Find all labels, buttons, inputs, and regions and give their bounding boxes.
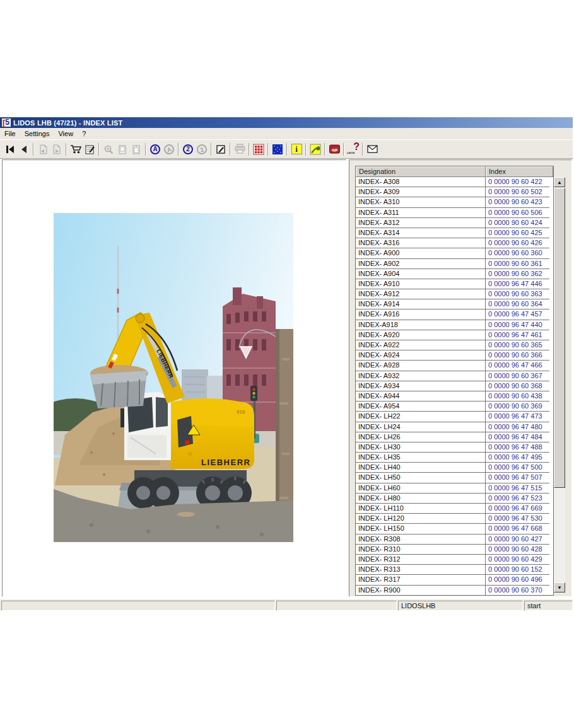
vertical-scrollbar[interactable]: ▲ ▼ (554, 177, 565, 592)
table-row[interactable]: INDEX- A934 0 0000 90 60 368 (356, 381, 553, 391)
page-next-button[interactable] (129, 142, 143, 156)
table-row[interactable]: INDEX-A918 0 0000 96 47 440 (356, 320, 553, 330)
table-row[interactable]: INDEX- A910 0 0000 96 47 446 (356, 279, 553, 289)
table-row[interactable]: INDEX- LH24 0 0000 96 47 480 (356, 422, 553, 432)
table-row[interactable]: INDEX- R317 0 0000 90 60 496 (356, 575, 553, 585)
page-prev-button[interactable] (115, 142, 129, 156)
lidos-help-button[interactable]: ? LIDOS (346, 142, 360, 156)
cell-index[interactable]: 0 0000 90 60 438 (486, 391, 549, 402)
cart-button[interactable] (69, 142, 83, 156)
menu-file[interactable]: File (0, 129, 20, 139)
table-row[interactable]: INDEX- A912 0 0000 90 60 363 (356, 289, 553, 299)
table-row[interactable]: INDEX- R900 0 0000 90 60 370 (356, 586, 553, 596)
table-row[interactable]: INDEX- A944 0 0000 90 60 438 (356, 391, 553, 402)
nav-prev-button[interactable] (17, 142, 31, 156)
table-row[interactable]: INDEX- A308 0 0000 90 60 422 (356, 177, 553, 187)
table-row[interactable]: INDEX- A904 0 0000 90 60 362 (356, 269, 553, 279)
cell-index[interactable]: 0 0000 90 60 367 (486, 371, 549, 381)
export-page-back-button[interactable] (36, 142, 50, 156)
table-row[interactable]: INDEX- LH40 0 0000 96 47 500 (356, 463, 553, 473)
cell-index[interactable]: 0 0000 96 47 515 (486, 483, 549, 494)
table-row[interactable]: INDEX- A309 0 0000 90 60 502 (356, 187, 553, 197)
cell-index[interactable]: 0 0000 96 47 484 (486, 432, 549, 442)
cell-index[interactable]: 0 0000 96 47 530 (486, 514, 549, 524)
cell-index[interactable]: 0 0000 90 60 422 (486, 177, 549, 187)
table-row[interactable]: INDEX- A311 0 0000 90 60 506 (356, 208, 553, 218)
scrollbar-thumb[interactable] (554, 188, 565, 488)
table-row[interactable]: INDEX- A924 0 0000 90 60 366 (356, 350, 553, 361)
nav-first-button[interactable] (3, 142, 17, 156)
table-row[interactable]: INDEX- A932 0 0000 90 60 367 (356, 371, 553, 381)
table-row[interactable]: INDEX- LH60 0 0000 96 47 515 (356, 483, 553, 494)
zoom-button[interactable] (102, 142, 115, 156)
info-button[interactable]: i (290, 142, 303, 156)
cell-index[interactable]: 0 0000 96 47 480 (486, 422, 549, 432)
cell-index[interactable]: 0 0000 96 47 500 (486, 463, 549, 473)
table-row[interactable]: INDEX- LH30 0 0000 96 47 488 (356, 442, 553, 453)
scroll-up-button[interactable]: ▲ (554, 177, 565, 187)
table-row[interactable]: INDEX- A314 0 0000 90 60 425 (356, 228, 553, 238)
cell-index[interactable]: 0 0000 96 47 495 (486, 453, 549, 463)
circle-2-alt-button[interactable]: 2 (195, 142, 209, 156)
cell-index[interactable]: 0 0000 96 47 446 (486, 279, 549, 289)
mail-button[interactable] (365, 142, 379, 156)
table-row[interactable]: INDEX- A310 0 0000 90 60 423 (356, 197, 553, 207)
cell-index[interactable]: 0 0000 90 60 424 (486, 218, 549, 228)
table-row[interactable]: INDEX- LH22 0 0000 96 47 473 (356, 412, 553, 422)
cell-index[interactable]: 0 0000 96 47 668 (486, 524, 549, 534)
table-row[interactable]: INDEX- LH35 0 0000 96 47 495 (356, 453, 553, 463)
table-row[interactable]: INDEX- A914 0 0000 90 60 364 (356, 299, 553, 309)
print-button[interactable] (233, 142, 247, 156)
order-sheet-button[interactable] (83, 142, 97, 156)
table-row[interactable]: INDEX- LH110 0 0000 96 47 669 (356, 504, 553, 514)
cell-index[interactable]: 0 0000 90 60 361 (486, 259, 549, 269)
table-row[interactable]: INDEX- A920 0 0000 96 47 461 (356, 330, 553, 340)
scroll-down-button[interactable]: ▼ (554, 582, 565, 592)
cell-index[interactable]: 0 0000 96 47 457 (486, 309, 549, 320)
cell-index[interactable]: 0 0000 90 60 363 (486, 289, 549, 299)
circle-a-alt-button[interactable]: A (162, 142, 176, 156)
cell-index[interactable]: 0 0000 96 47 466 (486, 361, 549, 371)
cell-index[interactable]: 0 0000 90 60 369 (486, 402, 549, 412)
cell-index[interactable]: 0 0000 90 60 152 (486, 565, 549, 575)
menu-settings[interactable]: Settings (20, 129, 54, 139)
cell-index[interactable]: 0 0000 96 47 507 (486, 473, 549, 483)
cell-index[interactable]: 0 0000 96 47 440 (486, 320, 549, 330)
tools-button[interactable] (308, 142, 322, 156)
cell-index[interactable]: 0 0000 90 60 506 (486, 208, 549, 218)
cell-index[interactable]: 0 0000 90 60 365 (486, 340, 549, 350)
circle-a-button[interactable]: A (148, 142, 162, 156)
cell-index[interactable]: 0 0000 90 60 423 (486, 197, 549, 207)
cell-index[interactable]: 0 0000 90 60 366 (486, 350, 549, 361)
cell-index[interactable]: 0 0000 90 60 429 (486, 555, 549, 565)
cell-index[interactable]: 0 0000 90 60 362 (486, 269, 549, 279)
table-row[interactable]: INDEX- R312 0 0000 90 60 429 (356, 555, 553, 565)
cell-index[interactable]: 0 0000 90 60 428 (486, 545, 549, 555)
cell-index[interactable]: 0 0000 90 60 426 (486, 238, 549, 248)
menu-help[interactable]: ? (78, 129, 90, 139)
cell-index[interactable]: 0 0000 90 60 427 (486, 534, 549, 545)
export-page-forward-button[interactable] (50, 142, 64, 156)
pattern-blue-button[interactable] (271, 142, 284, 156)
table-row[interactable]: INDEX- LH120 0 0000 96 47 530 (356, 514, 553, 524)
table-row[interactable]: INDEX- LH150 0 0000 96 47 668 (356, 524, 553, 534)
table-row[interactable]: INDEX- LH80 0 0000 96 47 523 (356, 494, 553, 504)
circle-2-button[interactable]: 2 (181, 142, 195, 156)
table-row[interactable]: INDEX- R313 0 0000 90 60 152 (356, 565, 553, 575)
table-row[interactable]: INDEX- A900 0 0000 90 60 360 (356, 248, 553, 258)
table-row[interactable]: INDEX- LH50 0 0000 96 47 507 (356, 473, 553, 483)
column-header-designation[interactable]: Designation (356, 166, 486, 177)
cell-index[interactable]: 0 0000 96 47 523 (486, 494, 549, 504)
column-header-index[interactable]: Index (486, 166, 553, 177)
cell-index[interactable]: 0 0000 90 60 368 (486, 381, 549, 391)
cell-index[interactable]: 0 0000 90 60 425 (486, 228, 549, 238)
table-row[interactable]: INDEX- A922 0 0000 90 60 365 (356, 340, 553, 350)
cell-index[interactable]: 0 0000 90 60 364 (486, 299, 549, 309)
table-row[interactable]: INDEX- A954 0 0000 90 60 369 (356, 402, 553, 412)
cell-index[interactable]: 0 0000 96 47 488 (486, 442, 549, 453)
cell-index[interactable]: 0 0000 90 60 370 (486, 586, 549, 596)
contact-book-button[interactable] (327, 142, 341, 156)
table-row[interactable]: INDEX- R310 0 0000 90 60 428 (356, 545, 553, 555)
cell-index[interactable]: 0 0000 96 47 669 (486, 504, 549, 514)
table-row[interactable]: INDEX- A928 0 0000 96 47 466 (356, 361, 553, 371)
